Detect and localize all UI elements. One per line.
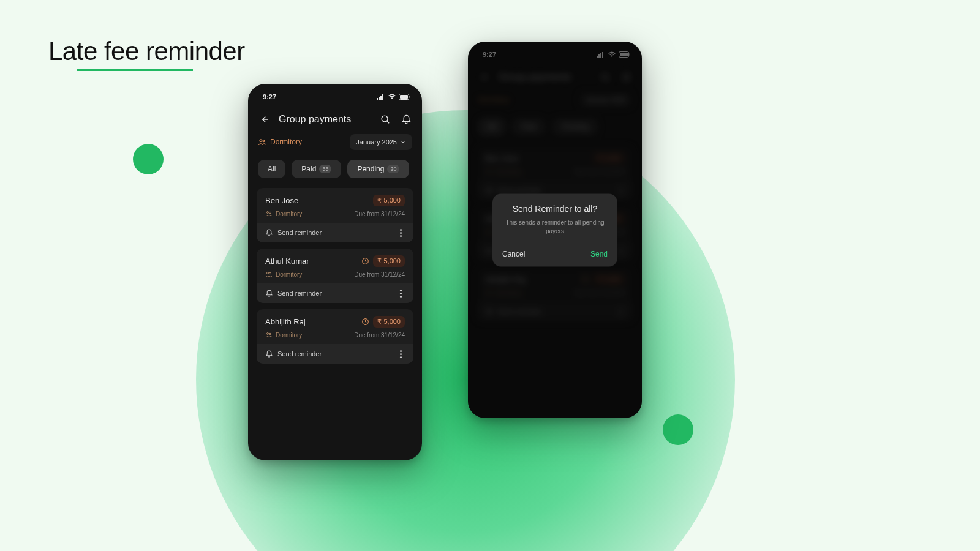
svg-line-9 xyxy=(386,121,389,123)
svg-point-8 xyxy=(382,116,388,122)
payers-list: Ben Jose ₹ 5,000 Dormitory Due from 31/1… xyxy=(248,188,422,364)
send-button[interactable]: Send xyxy=(590,249,608,258)
kebab-icon[interactable] xyxy=(396,350,405,358)
status-time: 9:27 xyxy=(263,93,276,100)
send-reminder-row[interactable]: Send reminder xyxy=(257,344,413,364)
group-chip[interactable]: Dormitory xyxy=(258,138,302,146)
filter-label: All xyxy=(268,165,276,173)
svg-point-18 xyxy=(267,333,269,335)
clock-icon xyxy=(361,257,369,265)
svg-rect-0 xyxy=(377,98,378,100)
group-icon xyxy=(258,138,266,146)
dialog-message: This sends a reminder to all pending pay… xyxy=(502,218,608,236)
filter-count: 20 xyxy=(387,165,399,173)
payer-name: Ben Jose xyxy=(265,196,298,205)
chevron-down-icon xyxy=(400,139,406,145)
svg-point-12 xyxy=(267,212,269,214)
filter-row: All Paid 55 Pending 20 xyxy=(248,159,422,188)
month-dropdown[interactable]: January 2025 xyxy=(350,134,412,150)
cancel-button[interactable]: Cancel xyxy=(502,249,525,258)
send-reminder-label: Send reminder xyxy=(277,229,322,236)
amount-badge: ₹ 5,000 xyxy=(373,195,405,206)
kebab-icon[interactable] xyxy=(396,228,405,237)
svg-point-13 xyxy=(270,212,271,214)
send-reminder-label: Send reminder xyxy=(277,290,322,297)
svg-point-11 xyxy=(263,140,265,142)
background-dot xyxy=(663,414,693,445)
dialog-actions: Cancel Send xyxy=(502,249,608,258)
payer-card: Athul Kumar ₹ 5,000 Dormitory Due from 3… xyxy=(257,249,413,303)
screen-title: Group payments xyxy=(279,114,371,125)
title-underline xyxy=(77,69,193,71)
month-label: January 2025 xyxy=(356,138,397,146)
phone-frame-2: 9:27 Group payments Dormitory January 20… xyxy=(468,42,642,418)
confirm-dialog: Send Reminder to all? This sends a remin… xyxy=(492,193,617,266)
group-icon xyxy=(265,271,273,278)
subheader: Dormitory January 2025 xyxy=(248,132,422,159)
svg-point-10 xyxy=(260,140,262,142)
due-date: Due from 31/12/24 xyxy=(354,271,405,278)
phone-frame-1: 9:27 Group payments Dormitory January 20… xyxy=(248,84,422,460)
payer-group: Dormitory xyxy=(265,271,302,278)
amount-badge: ₹ 5,000 xyxy=(373,316,405,328)
search-icon[interactable] xyxy=(379,113,391,126)
svg-point-19 xyxy=(270,333,271,335)
send-reminder-label: Send reminder xyxy=(277,350,322,358)
group-icon xyxy=(265,331,273,339)
bell-icon xyxy=(265,350,273,358)
payer-card: Abhijith Raj ₹ 5,000 Dormitory Due from … xyxy=(257,309,413,364)
bell-icon xyxy=(265,229,273,237)
payer-name: Abhijith Raj xyxy=(265,317,306,326)
page-title: Late fee reminder xyxy=(48,37,245,66)
group-icon xyxy=(265,210,273,217)
filter-label: Paid xyxy=(301,165,316,173)
kebab-icon[interactable] xyxy=(396,289,405,298)
svg-rect-3 xyxy=(382,94,383,100)
filter-all[interactable]: All xyxy=(258,160,285,178)
filter-pending[interactable]: Pending 20 xyxy=(347,160,409,178)
send-reminder-row[interactable]: Send reminder xyxy=(257,283,413,303)
amount-badge: ₹ 5,000 xyxy=(373,255,405,267)
svg-point-16 xyxy=(270,272,271,274)
filter-paid[interactable]: Paid 55 xyxy=(292,160,341,178)
bell-icon xyxy=(265,290,273,298)
due-date: Due from 31/12/24 xyxy=(354,332,405,339)
svg-rect-5 xyxy=(400,95,408,99)
dialog-title: Send Reminder to all? xyxy=(502,203,608,213)
due-date: Due from 31/12/24 xyxy=(354,211,405,217)
payer-card: Ben Jose ₹ 5,000 Dormitory Due from 31/1… xyxy=(257,188,413,242)
payer-name: Athul Kumar xyxy=(265,257,309,266)
status-bar: 9:27 xyxy=(248,84,422,103)
send-reminder-row[interactable]: Send reminder xyxy=(257,223,413,242)
filter-label: Pending xyxy=(357,165,384,173)
back-icon[interactable] xyxy=(258,113,270,126)
filter-count: 55 xyxy=(319,165,331,173)
bell-icon[interactable] xyxy=(400,113,412,126)
app-bar: Group payments xyxy=(248,103,422,132)
clock-icon xyxy=(361,318,369,326)
payer-group: Dormitory xyxy=(265,331,302,339)
svg-rect-6 xyxy=(410,96,411,98)
status-icons xyxy=(377,94,411,100)
svg-rect-1 xyxy=(379,97,380,100)
svg-point-15 xyxy=(267,272,269,274)
battery-icon xyxy=(399,94,411,100)
payer-group: Dormitory xyxy=(265,210,302,217)
svg-rect-2 xyxy=(380,96,382,100)
background-dot xyxy=(133,144,164,174)
signal-icon xyxy=(377,94,385,100)
wifi-icon xyxy=(388,94,396,100)
group-name: Dormitory xyxy=(270,138,302,146)
